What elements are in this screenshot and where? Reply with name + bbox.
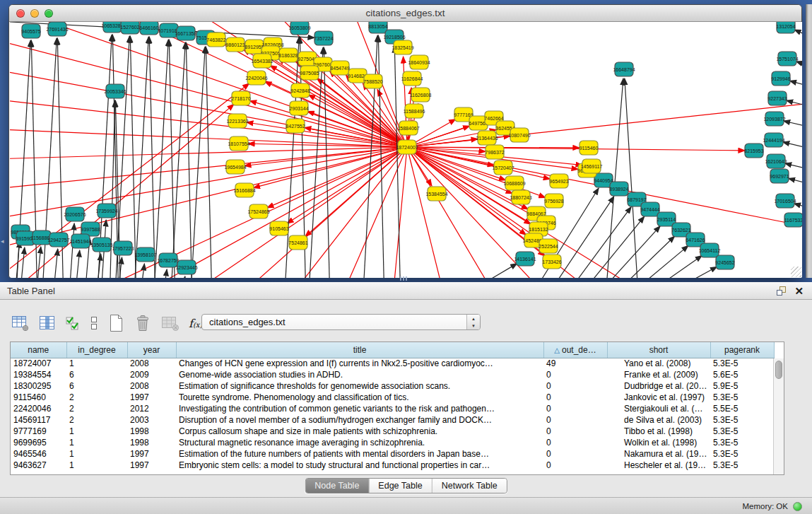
table-cell-in_degree[interactable]: 1: [66, 448, 127, 460]
graph-node[interactable]: 20053346: [104, 84, 126, 98]
graph-edge[interactable]: [796, 62, 802, 70]
graph-edge[interactable]: [625, 78, 639, 278]
graph-node[interactable]: 2522544: [539, 239, 558, 253]
table-cell-short[interactable]: Tibbo et al. (1998): [607, 426, 710, 437]
graph-edge[interactable]: [265, 81, 407, 147]
graph-node[interactable]: 1312054: [776, 22, 795, 33]
graph-edge[interactable]: [784, 121, 802, 130]
panel-divider-handle[interactable]: [400, 276, 408, 281]
graph-node[interactable]: 11626844: [401, 71, 423, 86]
table-scrollbar[interactable]: [773, 358, 784, 474]
row-selector-button[interactable]: [90, 313, 98, 333]
graph-node[interactable]: 9242848: [290, 83, 310, 98]
graph-node[interactable]: 7588520: [363, 74, 382, 88]
graph-node[interactable]: 12923445: [175, 260, 197, 274]
table-cell-short[interactable]: Nakamura et al. (1997): [607, 448, 710, 460]
graph-edge[interactable]: [278, 147, 407, 278]
table-selector-dropdown[interactable]: citations_edges.txt ▲▼: [201, 314, 481, 330]
table-row[interactable]: 1456911722003Disruption of a novel membe…: [11, 414, 774, 426]
tab-node-table[interactable]: Node Table: [305, 479, 369, 493]
table-cell-year[interactable]: 1997: [127, 392, 176, 403]
graph-node[interactable]: 1527602: [120, 22, 139, 34]
graph-node[interactable]: 9227343: [767, 91, 787, 105]
graph-edge[interactable]: [794, 30, 802, 42]
table-cell-title[interactable]: Estimation of the future numbers of pati…: [176, 448, 543, 460]
graph-edge[interactable]: [69, 223, 74, 278]
table-cell-in_degree[interactable]: 2: [66, 403, 127, 414]
table-row[interactable]: 977716911998Corpus callosum shape and si…: [11, 426, 774, 437]
graph-node[interactable]: 11588496: [404, 104, 425, 118]
table-cell-year[interactable]: 2009: [127, 369, 176, 380]
graph-node[interactable]: 16210643: [765, 154, 787, 168]
graph-edge[interactable]: [170, 42, 185, 278]
graph-node[interactable]: 1167533: [784, 213, 802, 227]
graph-edge[interactable]: [206, 47, 212, 278]
graph-node-hub[interactable]: 18724007: [396, 140, 418, 154]
column-header-name[interactable]: name: [11, 342, 66, 358]
graph-edge[interactable]: [153, 40, 168, 278]
tab-edge-table[interactable]: Edge Table: [369, 479, 432, 493]
table-cell-short[interactable]: Jankovic et al. (1997): [607, 392, 710, 403]
citation-network-graph[interactable]: 9405575276914361065328715276026466160107…: [10, 22, 802, 278]
create-table-button[interactable]: [107, 313, 124, 333]
table-row[interactable]: 946554611997Estimation of the future num…: [11, 448, 774, 460]
graph-node[interactable]: 20206576: [64, 207, 86, 221]
window-resize-grip[interactable]: [791, 267, 801, 277]
table-cell-title[interactable]: Disruption of a novel member of a sodium…: [176, 414, 543, 426]
table-cell-year[interactable]: 1997: [127, 448, 176, 460]
table-cell-in_degree[interactable]: 2: [66, 414, 127, 426]
table-row[interactable]: 946362711997Embryonic stem cells: a mode…: [11, 460, 774, 471]
graph-edge[interactable]: [790, 81, 802, 90]
graph-node[interactable]: 10688609: [503, 176, 525, 190]
graph-node[interactable]: 9860123: [225, 37, 245, 52]
table-scrollbar-thumb[interactable]: [775, 361, 782, 379]
graph-node[interactable]: 9474444: [640, 202, 659, 216]
graph-edge[interactable]: [589, 226, 660, 278]
table-cell-pagerank[interactable]: 5.3E-5: [710, 460, 774, 471]
column-header-in_degree[interactable]: in_degree: [66, 342, 127, 358]
table-cell-out_degree[interactable]: 0: [543, 460, 607, 471]
tab-network-table[interactable]: Network Table: [433, 479, 507, 493]
graph-node[interactable]: 7986372: [485, 145, 504, 159]
graph-edge[interactable]: [14, 241, 20, 278]
table-cell-in_degree[interactable]: 2: [66, 392, 127, 403]
table-cell-name[interactable]: 9465546: [11, 448, 66, 460]
table-cell-year[interactable]: 2003: [127, 414, 176, 426]
table-cell-in_degree[interactable]: 1: [66, 460, 127, 471]
graph-node[interactable]: 8427552: [286, 119, 305, 133]
graph-node[interactable]: 16648794: [613, 62, 635, 76]
graph-node[interactable]: 12942757: [47, 233, 69, 247]
table-cell-year[interactable]: 1998: [127, 437, 176, 448]
graph-node[interactable]: 18807243: [510, 190, 531, 204]
table-cell-pagerank[interactable]: 5.3E-5: [710, 392, 774, 403]
graph-edge[interactable]: [19, 247, 25, 278]
table-cell-short[interactable]: de Silva et al. (2003): [607, 414, 710, 426]
table-cell-title[interactable]: Investigating the contribution of common…: [176, 403, 543, 414]
table-cell-short[interactable]: Dudbridge et al. (2008): [607, 380, 710, 392]
table-cell-title[interactable]: Tourette syndrome. Phenomenology and cla…: [176, 392, 543, 403]
table-cell-pagerank[interactable]: 5.3E-5: [710, 437, 774, 448]
graph-node[interactable]: 9105463: [269, 221, 288, 235]
graph-edge[interactable]: [162, 269, 167, 278]
graph-node[interactable]: 17957223: [112, 241, 134, 255]
table-row[interactable]: 1938455462009Genome-wide association stu…: [11, 369, 774, 380]
graph-node[interactable]: 9115460: [579, 141, 599, 155]
graph-edge[interactable]: [52, 249, 58, 278]
graph-node[interactable]: 13958107: [134, 247, 156, 262]
table-cell-pagerank[interactable]: 5.3E-5: [710, 414, 774, 426]
graph-edge[interactable]: [74, 250, 80, 278]
column-header-short[interactable]: short: [607, 342, 710, 358]
graph-edge[interactable]: [559, 206, 631, 278]
table-cell-out_degree[interactable]: 0: [543, 403, 607, 414]
graph-node[interactable]: 21364436: [476, 131, 498, 145]
table-cell-out_degree[interactable]: 0: [543, 369, 607, 380]
table-cell-short[interactable]: Hescheler et al. (1997): [607, 460, 710, 471]
graph-edge[interactable]: [149, 37, 155, 278]
graph-node[interactable]: 17524865: [247, 204, 269, 218]
graph-node[interactable]: 2903144: [289, 101, 308, 115]
graph-node[interactable]: 17359924: [95, 204, 117, 218]
table-cell-name[interactable]: 18300295: [11, 380, 66, 392]
graph-node[interactable]: 11451944: [70, 234, 92, 248]
graph-edge[interactable]: [190, 47, 205, 278]
graph-edge[interactable]: [604, 236, 675, 278]
